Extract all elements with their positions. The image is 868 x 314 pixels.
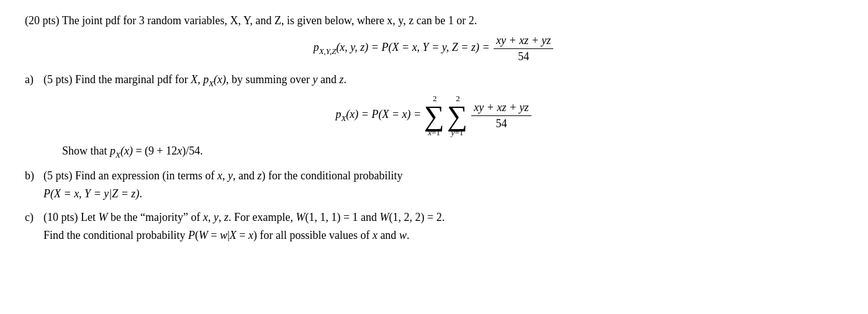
joint-p-sub: X,Y,Z (319, 47, 337, 56)
joint-lhs: pX,Y,Z(x, y, z) = P(X = x, Y = y, Z = z)… (314, 41, 490, 56)
part-a-numerator: xy + xz + yz (471, 101, 531, 116)
joint-denominator: 54 (515, 49, 531, 63)
show-line: Show that pX(x) = (9 + 12x)/54. (62, 143, 843, 161)
joint-numerator: xy + xz + yz (494, 34, 553, 49)
sigma2-bottom: y=1 (451, 128, 464, 138)
part-a: a) (5 pts) Find the marginal pdf for X, … (25, 71, 843, 161)
joint-p-args: (x, y, z) = P(X = x, Y = y, Z = z) = (336, 41, 489, 53)
part-a-letter: a) (25, 71, 43, 89)
show-px: pX(x) (110, 145, 133, 157)
joint-p-symbol: p (314, 41, 319, 53)
part-a-denominator: 54 (493, 116, 509, 130)
show-x: x (177, 145, 182, 157)
part-a-px-args: (x) = P(X = x) = (346, 108, 421, 120)
sigma1: 2 ∑ x=1 (424, 94, 445, 137)
part-c-letter: c) (25, 209, 43, 227)
sigma2: 2 ∑ y=1 (447, 94, 468, 137)
intro-text: (20 pts) The joint pdf for 3 random vari… (25, 14, 477, 27)
part-c-header: c) (10 pts) Let W be the “majority” of x… (25, 209, 843, 244)
joint-formula-line: pX,Y,Z(x, y, z) = P(X = x, Y = y, Z = z)… (25, 34, 843, 63)
sigma1-bottom: x=1 (428, 128, 440, 138)
part-b-letter: b) (25, 167, 43, 185)
part-b-text: (5 pts) Find an expression (in terms of … (43, 167, 843, 203)
part-c-text: (10 pts) Let W be the “majority” of x, y… (43, 209, 843, 244)
part-c: c) (10 pts) Let W be the “majority” of x… (25, 209, 843, 244)
problem-container: (20 pts) The joint pdf for 3 random vari… (25, 12, 843, 244)
part-a-X: X (191, 73, 197, 86)
part-a-pX: pX(x) (203, 73, 226, 86)
part-a-z: z (340, 73, 344, 86)
sigma1-symbol: ∑ (424, 104, 445, 128)
part-a-text: (5 pts) Find the marginal pdf for X, pX(… (43, 71, 843, 90)
part-a-fraction: xy + xz + yz 54 (471, 101, 531, 130)
part-a-y: y (313, 73, 318, 86)
intro-line: (20 pts) The joint pdf for 3 random vari… (25, 12, 843, 29)
part-a-lhs: pX(x) = P(X = x) = (335, 108, 421, 123)
part-a-formula: pX(x) = P(X = x) = 2 ∑ x=1 2 ∑ y=1 xy + … (25, 94, 843, 137)
sigma2-symbol: ∑ (447, 104, 468, 128)
part-a-header: a) (5 pts) Find the marginal pdf for X, … (25, 71, 843, 90)
part-b: b) (5 pts) Find an expression (in terms … (25, 167, 843, 203)
part-b-formula: P(X = x, Y = y|Z = z) (43, 187, 139, 200)
joint-fraction: xy + xz + yz 54 (494, 34, 553, 63)
part-b-header: b) (5 pts) Find an expression (in terms … (25, 167, 843, 203)
